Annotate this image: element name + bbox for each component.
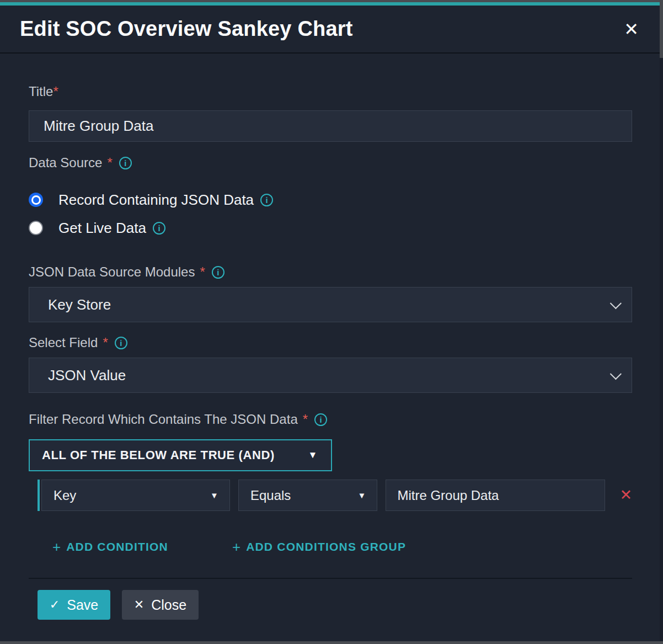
- caret-down-icon: ▼: [210, 491, 218, 500]
- radio-selected-icon[interactable]: [29, 193, 43, 207]
- required-marker: *: [53, 84, 58, 99]
- modal-title: Edit SOC Overview Sankey Chart: [20, 17, 353, 41]
- info-icon[interactable]: i: [260, 194, 273, 206]
- select-field-value: JSON Value: [48, 367, 126, 384]
- check-icon: ✓: [50, 599, 60, 611]
- required-marker: *: [200, 264, 205, 280]
- plus-icon: +: [232, 539, 240, 556]
- edit-sankey-chart-modal: Edit SOC Overview Sankey Chart ✕ Title* …: [0, 2, 660, 641]
- scrollbar-thumb[interactable]: [660, 0, 663, 58]
- filter-group-operator-select[interactable]: ALL OF THE BELOW ARE TRUE (AND) ▼: [29, 439, 332, 471]
- chevron-down-icon: [610, 368, 622, 380]
- close-icon: ✕: [134, 599, 144, 611]
- save-button[interactable]: ✓ Save: [38, 590, 110, 620]
- required-marker: *: [103, 335, 108, 350]
- info-icon[interactable]: i: [314, 413, 327, 426]
- info-icon[interactable]: i: [153, 222, 165, 235]
- scrollbar[interactable]: [660, 0, 663, 641]
- chevron-down-icon: [610, 297, 622, 309]
- condition-operator-value: Equals: [250, 488, 291, 503]
- data-source-label: Data Source * i: [29, 155, 632, 171]
- select-field-select[interactable]: JSON Value: [29, 358, 632, 393]
- condition-field-select[interactable]: Key ▼: [41, 480, 230, 511]
- add-conditions-group-button[interactable]: + ADD CONDITIONS GROUP: [232, 539, 406, 556]
- condition-value-input[interactable]: [386, 480, 605, 511]
- required-marker: *: [303, 412, 308, 427]
- required-marker: *: [107, 155, 112, 171]
- modal-body: Title* Data Source * i Record Containing…: [0, 54, 660, 641]
- remove-condition-icon[interactable]: ✕: [619, 488, 632, 503]
- info-icon[interactable]: i: [115, 337, 127, 349]
- radio-label: Record Containing JSON Data: [58, 191, 254, 209]
- radio-option-record-json[interactable]: Record Containing JSON Data i: [29, 192, 632, 207]
- json-modules-value: Key Store: [48, 296, 111, 313]
- json-modules-label: JSON Data Source Modules * i: [29, 264, 632, 280]
- radio-option-get-live-data[interactable]: Get Live Data i: [29, 220, 632, 236]
- caret-down-icon: ▼: [308, 450, 318, 461]
- modal-footer: ✓ Save ✕ Close: [29, 579, 632, 620]
- filter-group-operator-value: ALL OF THE BELOW ARE TRUE (AND): [42, 448, 275, 462]
- radio-unselected-icon[interactable]: [29, 221, 43, 235]
- select-field-label: Select Field * i: [29, 335, 632, 350]
- plus-icon: +: [52, 539, 61, 556]
- filter-condition-row: Key ▼ Equals ▼ ✕: [38, 480, 632, 511]
- title-input[interactable]: [29, 110, 632, 142]
- close-button[interactable]: ✕ Close: [122, 590, 199, 620]
- json-modules-select[interactable]: Key Store: [29, 287, 632, 322]
- filter-actions: + ADD CONDITION + ADD CONDITIONS GROUP: [52, 541, 632, 553]
- radio-label: Get Live Data: [58, 220, 146, 237]
- add-condition-button[interactable]: + ADD CONDITION: [52, 539, 168, 556]
- modal-header: Edit SOC Overview Sankey Chart ✕: [0, 6, 660, 54]
- info-icon[interactable]: i: [119, 157, 132, 169]
- info-icon[interactable]: i: [212, 266, 224, 279]
- title-label: Title*: [29, 84, 632, 99]
- caret-down-icon: ▼: [358, 491, 366, 500]
- close-icon[interactable]: ✕: [619, 18, 643, 40]
- data-source-radio-group: Record Containing JSON Data i Get Live D…: [29, 192, 632, 236]
- page-backdrop: Edit SOC Overview Sankey Chart ✕ Title* …: [0, 0, 663, 644]
- condition-accent-bar: [38, 480, 40, 511]
- condition-field-value: Key: [54, 488, 76, 503]
- filter-label: Filter Record Which Contains The JSON Da…: [29, 412, 632, 427]
- condition-operator-select[interactable]: Equals ▼: [238, 480, 377, 511]
